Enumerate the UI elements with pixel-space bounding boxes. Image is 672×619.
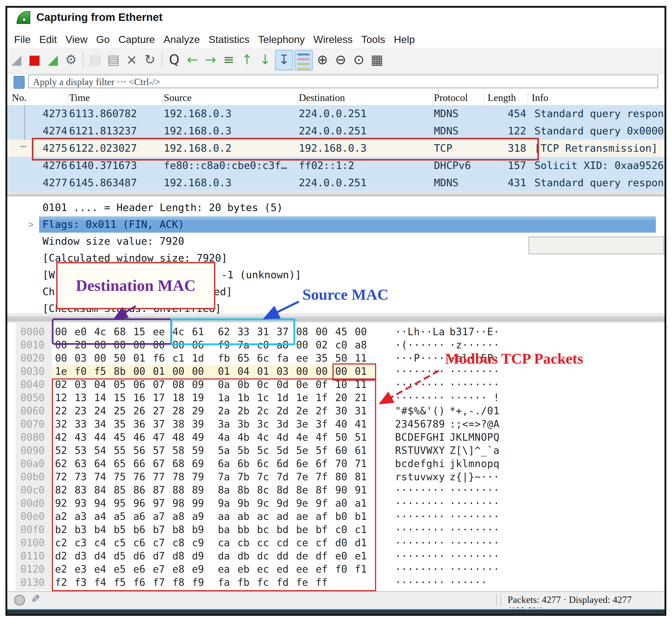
menu-item-telephony[interactable]: Telephony [258,31,305,48]
hex-byte[interactable]: c1 [173,352,185,365]
stop-capture-icon[interactable]: ■ [26,50,43,69]
menu-item-capture[interactable]: Capture [119,31,155,48]
close-file-icon[interactable]: × [123,50,140,69]
hex-byte[interactable]: 00 [296,338,308,352]
find-packet-icon[interactable]: Q [166,50,183,69]
detail-line-fragment[interactable]: Ch [43,283,55,300]
menu-item-file[interactable]: File [14,31,31,48]
save-file-icon[interactable]: ▤ [105,50,122,69]
go-forward-icon[interactable]: → [202,50,219,69]
hex-byte[interactable]: 45 [335,325,347,338]
detail-line-fragment[interactable]: ed] [214,283,232,300]
hex-byte[interactable]: 00 [296,365,308,378]
column-divider[interactable] [528,92,528,106]
resize-columns-icon[interactable]: ▦ [368,50,386,69]
go-to-packet-icon[interactable]: ≡ [220,50,237,69]
hex-byte[interactable]: 00 [192,365,204,378]
start-capture-icon[interactable]: ◢ [8,50,25,69]
menu-item-go[interactable]: Go [96,31,110,48]
hex-byte[interactable]: 02 [316,338,328,352]
hex-byte[interactable]: 00 [55,352,67,365]
hex-byte[interactable]: 04 [238,365,250,378]
hex-byte[interactable]: 50 [335,352,347,365]
hex-byte[interactable]: 00 [173,365,185,378]
hex-byte[interactable]: 01 [218,365,230,378]
display-filter-input[interactable]: Apply a display filter ··· <Ctrl-/> [28,75,658,88]
expander-icon[interactable]: > [28,216,33,233]
packet-row-4273[interactable]: 42736113.860782192.168.0.3224.0.0.251MDN… [7,105,665,122]
column-header-info[interactable]: Info [532,92,548,104]
hex-byte[interactable]: 50 [114,352,126,365]
hex-byte[interactable]: a8 [355,338,367,352]
hex-byte[interactable]: 00 [355,325,367,338]
go-first-icon[interactable]: ↑ [239,50,255,69]
column-header-destination[interactable]: Destination [299,92,345,104]
restart-capture-icon[interactable]: ◢ [44,50,61,69]
detail-line[interactable]: 0101 .... = Header Length: 20 bytes (5) [43,199,283,216]
go-back-icon[interactable]: ← [184,50,201,69]
hex-offset: 00d0 [20,497,45,510]
detail-line[interactable]: Flags: 0x011 (FIN, ACK) [43,216,184,233]
hex-byte[interactable]: 1d [192,352,204,365]
expert-info-icon[interactable] [14,595,25,606]
menu-item-tools[interactable]: Tools [361,31,385,48]
column-header-time[interactable]: Time [69,92,90,104]
zoom-out-icon[interactable]: ⊖ [332,50,349,69]
hex-byte[interactable]: 11 [355,352,367,365]
hex-byte[interactable]: fb [218,352,230,365]
pane-splitter[interactable] [7,192,665,197]
column-header-no[interactable]: No. [12,92,26,104]
reload-file-icon[interactable]: ↻ [141,50,158,69]
menu-item-analyze[interactable]: Analyze [163,31,200,48]
packet-row-4277[interactable]: 42776145.863487192.168.0.3224.0.0.251MDN… [7,174,665,192]
hex-byte[interactable]: 03 [276,365,288,378]
hex-byte[interactable]: f0 [75,365,87,378]
go-last-icon[interactable]: ↓ [257,50,274,69]
hex-byte[interactable]: 8b [114,365,126,378]
hex-byte[interactable]: fa [276,352,288,365]
hex-byte[interactable]: 65 [238,352,250,365]
zoom-in-icon[interactable]: ⊕ [314,50,331,69]
hex-offset: 0100 [20,536,45,549]
column-divider[interactable] [297,92,298,106]
bookmark-icon[interactable] [14,76,24,89]
column-divider[interactable] [162,92,163,106]
hex-byte[interactable]: 35 [316,352,328,365]
column-divider[interactable] [484,92,484,106]
column-divider[interactable] [432,92,433,106]
hex-byte[interactable]: 00 [316,325,328,338]
capture-options-icon[interactable]: ⚙ [63,50,79,69]
menu-item-wireless[interactable]: Wireless [313,31,353,48]
column-header-protocol[interactable]: Protocol [434,92,468,104]
column-divider[interactable] [68,92,68,106]
hex-byte[interactable]: 01 [133,352,145,365]
hex-byte[interactable]: f6 [153,352,165,365]
capture-comment-icon[interactable]: ✎ [31,593,40,605]
packet-row-4274[interactable]: 42746121.813237192.168.0.3224.0.0.251MDN… [7,122,665,140]
hex-byte[interactable]: c0 [335,338,347,352]
hex-offset: 00f0 [20,523,45,536]
menu-item-help[interactable]: Help [394,31,415,48]
hex-byte[interactable]: 00 [94,352,106,365]
hex-byte[interactable]: 08 [296,325,308,338]
column-header-length[interactable]: Length [487,92,516,104]
hex-byte[interactable]: 03 [75,352,87,365]
column-header-source[interactable]: Source [164,92,192,104]
hex-byte[interactable]: 1e [55,365,67,378]
ascii-group: *+,-./01 [450,404,499,417]
open-file-icon[interactable]: ▤ [87,50,104,69]
colorize-icon[interactable] [294,50,313,70]
menu-item-statistics[interactable]: Statistics [209,31,250,48]
hex-byte[interactable]: 00 [316,365,328,378]
hex-byte[interactable]: 01 [153,365,165,378]
hex-byte[interactable]: ee [296,352,308,365]
zoom-100-icon[interactable]: ⊙ [350,50,367,69]
hex-byte[interactable]: 6c [257,352,269,365]
hex-byte[interactable]: f5 [94,365,106,378]
hex-byte[interactable]: 00 [133,365,145,378]
hex-byte[interactable]: 01 [257,365,269,378]
menu-item-view[interactable]: View [66,31,87,48]
auto-scroll-icon[interactable]: ↧ [275,50,293,70]
menu-item-edit[interactable]: Edit [39,31,57,48]
detail-line[interactable]: Window size value: 7920 [43,233,184,250]
